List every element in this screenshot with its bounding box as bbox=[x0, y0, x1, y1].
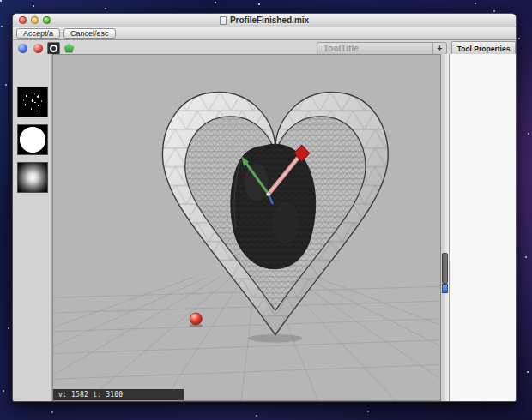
accept-button[interactable]: Accept/a bbox=[16, 28, 60, 39]
solid-circle-brush-thumbnail[interactable] bbox=[17, 124, 48, 155]
tool-title-bar: ToolTitle + bbox=[317, 42, 447, 55]
gizmo-origin bbox=[266, 192, 270, 196]
add-tool-button[interactable]: + bbox=[432, 43, 446, 54]
blue-sphere-icon bbox=[18, 44, 27, 53]
viewport-scrollbar[interactable] bbox=[441, 54, 450, 401]
circle-brush-icon bbox=[50, 45, 57, 52]
scrollbar-thumb[interactable] bbox=[442, 253, 448, 284]
tool-properties-panel bbox=[450, 54, 516, 401]
viewport-stats: v: 1582 t: 3100 bbox=[53, 389, 184, 400]
cancel-button[interactable]: Cancel/esc bbox=[63, 28, 116, 39]
window-title: ProfileFinished.mix bbox=[230, 15, 309, 25]
spray-dots-brush-thumbnail[interactable] bbox=[17, 87, 48, 117]
red-sphere-tool-button[interactable] bbox=[32, 42, 45, 55]
document-icon bbox=[220, 16, 227, 25]
tool-title-label: ToolTitle bbox=[323, 44, 359, 53]
3d-viewport[interactable]: v: 1582 t: 3100 bbox=[52, 54, 441, 401]
red-sphere-icon bbox=[33, 44, 43, 53]
pentagon-icon bbox=[64, 44, 75, 53]
action-toolbar: Accept/a Cancel/esc bbox=[13, 27, 516, 40]
circle-brush-tool-button[interactable] bbox=[47, 42, 60, 55]
window-controls bbox=[19, 16, 51, 24]
soft-glow-brush-thumbnail[interactable] bbox=[17, 162, 48, 193]
scrollbar-blue-marker[interactable] bbox=[442, 284, 448, 293]
app-window: ProfileFinished.mix Accept/a Cancel/esc … bbox=[12, 13, 517, 402]
heart-mesh-scene bbox=[53, 55, 440, 400]
green-pentagon-tool-button[interactable] bbox=[63, 42, 76, 55]
brush-sidebar bbox=[13, 54, 52, 401]
title-bar[interactable]: ProfileFinished.mix bbox=[13, 14, 516, 27]
zoom-button[interactable] bbox=[43, 16, 51, 24]
starfield-dots bbox=[0, 0, 2, 2]
red-sphere-marker[interactable] bbox=[189, 313, 203, 327]
minimize-button[interactable] bbox=[31, 16, 39, 24]
blue-sphere-tool-button[interactable] bbox=[16, 42, 29, 55]
close-button[interactable] bbox=[19, 16, 27, 24]
main-content: v: 1582 t: 3100 bbox=[13, 54, 516, 401]
